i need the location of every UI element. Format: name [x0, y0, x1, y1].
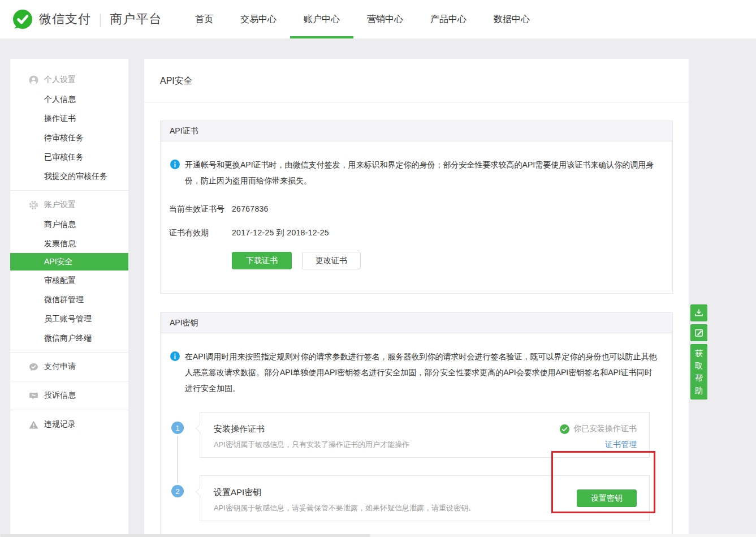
gear-icon	[29, 200, 38, 210]
top-nav: 首页 交易中心 账户中心 营销中心 产品中心 数据中心	[182, 0, 543, 38]
brand-separator: |	[99, 11, 102, 28]
sidebar-divider	[10, 381, 128, 381]
step-2-desc: API密钥属于敏感信息，请妥善保管不要泄露，如果怀疑信息泄露，请重设密钥。	[214, 503, 476, 513]
get-help-label: 获取帮助	[695, 347, 703, 397]
step-1-desc: API密钥属于敏感信息，只有安装了操作证书的用户才能操作	[214, 440, 409, 450]
sidebar-item-operation-cert[interactable]: 操作证书	[10, 109, 128, 128]
step-install-cert: 1 安装操作证书 API密钥属于敏感信息，只有安装了操作证书的用户才能操作	[171, 412, 659, 458]
cert-manage-link[interactable]: 证书管理	[605, 440, 637, 450]
page: 微信支付 | 商户平台 首页 交易中心 账户中心 营销中心 产品中心 数据中心 …	[0, 0, 756, 537]
cert-info-row: 开通帐号和更换API证书时，由微信支付签发，用来标识和界定你的身份；部分安全性要…	[169, 157, 659, 188]
horizontal-scrollbar[interactable]	[0, 534, 756, 537]
get-help-button[interactable]: 获取帮助	[690, 344, 707, 399]
nav-item-data-center[interactable]: 数据中心	[480, 0, 543, 38]
info-icon	[170, 160, 180, 169]
edit-icon	[694, 328, 704, 338]
cert-validity-row: 证书有效期 2017-12-25 到 2018-12-25	[169, 228, 659, 238]
sidebar-group-account-settings: 账户设置	[10, 195, 128, 214]
step-1-status-text: 你已安装操作证书	[573, 424, 637, 434]
sidebar-item-pending-review-tasks[interactable]: 待审核任务	[10, 128, 128, 147]
step-1-card: 安装操作证书 API密钥属于敏感信息，只有安装了操作证书的用户才能操作	[200, 412, 650, 458]
sidebar-divider	[10, 190, 128, 191]
sidebar-item-invoice-info[interactable]: 发票信息	[10, 234, 128, 253]
sidebar-item-violation-records[interactable]: 违规记录	[10, 415, 128, 434]
api-key-card-body: 在API调用时用来按照指定规则对你的请求参数进行签名，服务器收到你的请求时会进行…	[161, 333, 672, 534]
cert-valid-word: 到	[277, 228, 284, 237]
page-title: API安全	[144, 59, 689, 102]
sidebar-item-label: 支付申请	[44, 362, 76, 372]
sidebar-item-merchant-info[interactable]: 商户信息	[10, 214, 128, 234]
cert-number-row: 当前生效证书号 26767836	[169, 204, 659, 214]
sidebar-divider	[10, 410, 128, 410]
brand-product-name: 微信支付	[39, 11, 91, 28]
sidebar: 个人设置 个人信息 操作证书 待审核任务 已审核任务 我提交的审核任务 账户设置…	[10, 59, 128, 534]
cert-number-label: 当前生效证书号	[169, 204, 232, 214]
wechat-pay-logo-icon	[12, 9, 33, 29]
step-2-side: 设置密钥	[577, 487, 637, 521]
sidebar-item-api-security[interactable]: API安全	[10, 253, 128, 270]
check-circle-icon	[560, 424, 569, 434]
sidebar-item-my-submitted-tasks[interactable]: 我提交的审核任务	[10, 166, 128, 186]
step-2-card: 设置API密钥 API密钥属于敏感信息，请妥善保管不要泄露，如果怀疑信息泄露，请…	[200, 475, 650, 521]
cert-validity-value: 2017-12-25 到 2018-12-25	[232, 228, 329, 238]
cert-valid-to: 2018-12-25	[287, 228, 329, 237]
download-icon	[694, 308, 704, 318]
nav-item-home[interactable]: 首页	[182, 0, 227, 38]
step-2-badge: 2	[171, 485, 184, 497]
step-notch	[196, 488, 204, 496]
sidebar-group-title: 个人设置	[44, 75, 76, 85]
brand[interactable]: 微信支付 | 商户平台	[12, 0, 162, 38]
floating-toolbar: 获取帮助	[690, 304, 707, 399]
horizontal-scrollbar-thumb[interactable]	[0, 534, 370, 537]
step-1-status: 你已安装操作证书	[560, 424, 637, 434]
sidebar-group-personal-settings: 个人设置	[10, 70, 128, 89]
sidebar-item-wechat-merchant-terminal[interactable]: 微信商户终端	[10, 328, 128, 347]
step-notch	[196, 424, 204, 432]
sidebar-item-wechat-group-mgmt[interactable]: 微信群管理	[10, 290, 128, 309]
warning-icon	[29, 420, 38, 429]
main-panel: API安全 API证书 开通帐号和更换API证书时，由微信支付签发，用来标识和界…	[144, 59, 689, 534]
sidebar-item-label: 违规记录	[44, 419, 76, 429]
key-info-row: 在API调用时用来按照指定规则对你的请求参数进行签名，服务器收到你的请求时会进行…	[169, 349, 659, 396]
sidebar-item-complaint-info[interactable]: 投诉信息	[10, 386, 128, 405]
cert-info-text: 开通帐号和更换API证书时，由微信支付签发，用来标识和界定你的身份；部分安全性要…	[185, 157, 659, 188]
step-1-side: 你已安装操作证书 证书管理	[560, 424, 637, 457]
change-cert-button[interactable]: 更改证书	[302, 252, 361, 269]
top-header: 微信支付 | 商户平台 首页 交易中心 账户中心 营销中心 产品中心 数据中心	[0, 0, 756, 38]
download-cert-button[interactable]: 下载证书	[232, 252, 292, 269]
feedback-tool-button[interactable]	[690, 324, 707, 341]
brand-platform-name: 商户平台	[110, 11, 162, 28]
cert-valid-from: 2017-12-25	[232, 228, 274, 237]
nav-item-transaction-center[interactable]: 交易中心	[227, 0, 290, 38]
api-cert-card-title: API证书	[161, 121, 672, 141]
api-cert-card-body: 开通帐号和更换API证书时，由微信支付签发，用来标识和界定你的身份；部分安全性要…	[161, 141, 672, 293]
sidebar-divider	[10, 352, 128, 353]
step-1-main: 安装操作证书 API密钥属于敏感信息，只有安装了操作证书的用户才能操作	[214, 424, 409, 457]
chat-bubble-icon	[29, 391, 38, 401]
key-steps: 1 安装操作证书 API密钥属于敏感信息，只有安装了操作证书的用户才能操作	[169, 412, 659, 534]
sidebar-item-label: 投诉信息	[44, 390, 76, 401]
set-api-key-button[interactable]: 设置密钥	[577, 489, 637, 507]
step-set-api-key: 2 设置API密钥 API密钥属于敏感信息，请妥善保管不要泄露，如果怀疑信息泄露…	[171, 475, 659, 521]
sidebar-item-reviewed-tasks[interactable]: 已审核任务	[10, 147, 128, 166]
info-icon	[170, 351, 180, 361]
nav-item-product-center[interactable]: 产品中心	[417, 0, 480, 38]
sidebar-item-review-config[interactable]: 审核配置	[10, 270, 128, 290]
nav-item-marketing-center[interactable]: 营销中心	[353, 0, 417, 38]
nav-item-account-center[interactable]: 账户中心	[290, 0, 353, 38]
sidebar-item-personal-info[interactable]: 个人信息	[10, 89, 128, 109]
user-icon	[29, 75, 38, 85]
api-key-card: API密钥 在API调用时用来按照指定规则对你的请求参数进行签名，服务器收到你的…	[160, 312, 673, 534]
step-1-title: 安装操作证书	[214, 424, 409, 435]
sidebar-group-title: 账户设置	[44, 200, 76, 210]
step-2-main: 设置API密钥 API密钥属于敏感信息，请妥善保管不要泄露，如果怀疑信息泄露，请…	[214, 487, 476, 521]
sidebar-item-payment-application[interactable]: 支付申请	[10, 357, 128, 376]
cert-buttons-row: 下载证书 更改证书	[232, 252, 659, 293]
download-tool-button[interactable]	[690, 304, 707, 321]
key-info-text: 在API调用时用来按照指定规则对你的请求参数进行签名，服务器收到你的请求时会进行…	[185, 349, 659, 396]
api-key-card-title: API密钥	[161, 313, 672, 333]
sidebar-item-staff-account-mgmt[interactable]: 员工账号管理	[10, 309, 128, 328]
cert-validity-label: 证书有效期	[169, 228, 232, 238]
step-2-title: 设置API密钥	[214, 487, 476, 498]
chat-check-icon	[29, 362, 38, 372]
